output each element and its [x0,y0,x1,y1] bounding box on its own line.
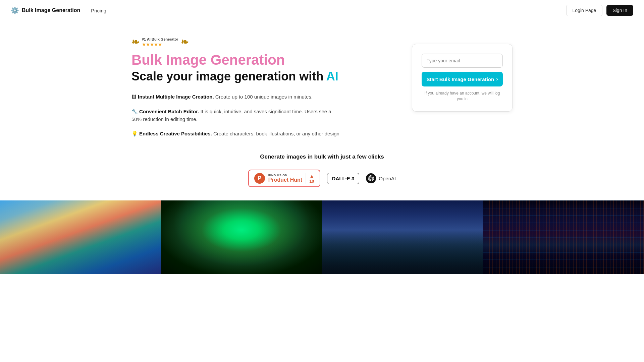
logo: ⚙️ Bulk Image Generation [11,6,80,14]
openai-icon [366,173,376,183]
start-button[interactable]: Start Bulk Image Generation › [422,72,503,86]
logo-icon: ⚙️ [11,6,19,14]
ph-vote: ▲ 10 [306,173,314,184]
feature-3: 💡Endless Creative Possibilities. Create … [131,130,339,137]
subtitle-ai: AI [326,69,338,83]
ph-vote-count: 10 [309,179,314,184]
pricing-link[interactable]: Pricing [91,8,106,13]
section-tagline: Generate images in bulk with just a few … [0,137,644,166]
ph-text: FIND US ON Product Hunt [268,174,302,183]
feature-1-title: Instant Multiple Image Creation. [138,94,214,100]
features-list: 🖼Instant Multiple Image Creation. Create… [131,93,339,137]
logo-text: Bulk Image Generation [22,7,80,13]
login-button[interactable]: Login Page [566,5,603,16]
subtitle-start: Scale your image generation with [131,69,326,83]
feature-3-emoji: 💡 [131,131,138,136]
feature-3-title: Endless Creative Possibilities. [139,131,212,136]
feature-2: 🔧Convenient Batch Editor. It is quick, i… [131,108,339,123]
signup-card: Start Bulk Image Generation › If you alr… [412,44,513,112]
feature-1: 🖼Instant Multiple Image Creation. Create… [131,93,339,101]
start-button-arrow: › [496,76,498,82]
award-badge: ❧ #1 AI Bulk Generator ★★★★★ ❧ [131,37,189,47]
dalle-label: DALL·E 3 [332,176,355,181]
feature-2-title: Convenient Batch Editor. [139,109,199,114]
ph-vote-arrow: ▲ [309,173,314,179]
ph-name-label: Product Hunt [268,177,302,183]
ph-icon: P [254,173,265,184]
openai-badge: OpenAI [366,173,396,183]
navbar: ⚙️ Bulk Image Generation Pricing Login P… [0,0,644,21]
gallery-image-4 [483,200,644,274]
start-button-label: Start Bulk Image Generation [426,76,494,82]
image-gallery [0,200,644,274]
gallery-image-1 [0,200,161,274]
hero-section: ❧ #1 AI Bulk Generator ★★★★★ ❧ Bulk Imag… [121,21,523,137]
laurel-left: ❧ [131,38,139,47]
email-input[interactable] [422,54,503,68]
feature-2-emoji: 🔧 [131,109,138,114]
signup-note: If you already have an account, we will … [422,90,503,102]
dalle-badge: DALL·E 3 [327,173,360,184]
openai-label: OpenAI [379,176,396,181]
hero-left: ❧ #1 AI Bulk Generator ★★★★★ ❧ Bulk Imag… [131,37,339,137]
gallery-image-2 [161,200,322,274]
badges-row: P FIND US ON Product Hunt ▲ 10 DALL·E 3 … [0,166,644,198]
award-stars: ★★★★★ [142,42,178,47]
ph-find-label: FIND US ON [268,174,302,177]
gallery-image-3 [322,200,483,274]
award-text: #1 AI Bulk Generator [142,37,178,41]
nav-right: Login Page Sign In [566,5,633,16]
product-hunt-badge[interactable]: P FIND US ON Product Hunt ▲ 10 [248,170,320,187]
feature-1-emoji: 🖼 [131,94,137,100]
hero-title: Bulk Image Generation [131,52,339,68]
feature-1-desc: Create up to 100 unique images in minute… [214,94,313,100]
signin-button[interactable]: Sign In [606,5,633,16]
nav-left: ⚙️ Bulk Image Generation Pricing [11,6,106,14]
feature-3-desc: Create characters, book illustrations, o… [212,131,339,136]
hero-subtitle: Scale your image generation with AI [131,69,339,83]
laurel-right: ❧ [181,38,189,47]
